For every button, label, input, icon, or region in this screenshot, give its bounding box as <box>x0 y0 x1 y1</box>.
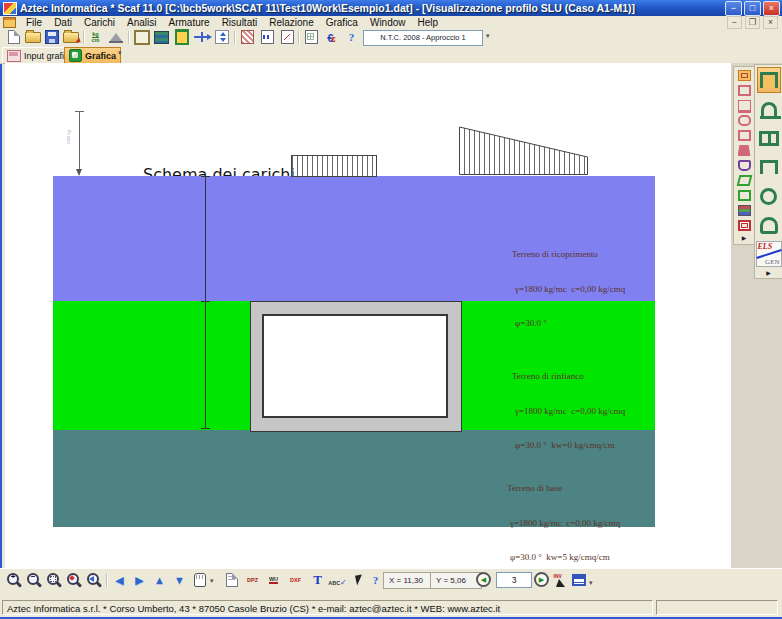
window-layout-button[interactable] <box>569 571 588 589</box>
menu-armature[interactable]: Armature <box>163 17 216 28</box>
circular-section-button[interactable] <box>757 183 781 209</box>
zoom-out-button[interactable]: − <box>24 571 43 589</box>
bottom-toolbar-overflow2-icon[interactable]: ▾ <box>589 579 593 587</box>
maximize-button[interactable]: □ <box>744 1 761 16</box>
arch-section-button[interactable] <box>757 212 781 238</box>
els-gen-button[interactable]: ELS GEN <box>756 241 782 267</box>
new-file-button[interactable] <box>4 29 23 45</box>
label-rinfianco: Terreno di rinfianco γ=1800 kg/mc c=0,00… <box>512 348 625 475</box>
hand-icon <box>194 573 206 587</box>
materials-button[interactable] <box>152 29 171 45</box>
mini-pipe-button[interactable] <box>738 115 751 126</box>
bottom-toolbar-overflow-icon[interactable]: ▾ <box>210 577 214 585</box>
arrow-up-icon: ▲ <box>154 574 165 586</box>
pan-left-button[interactable]: ◀ <box>110 571 129 589</box>
analysis-soil-button[interactable] <box>238 29 257 45</box>
menu-bar: File Dati Carichi Analisi Armature Risul… <box>0 16 782 30</box>
menu-window[interactable]: Window <box>364 17 412 28</box>
gen-label: GEN <box>765 258 779 266</box>
axis-button[interactable] <box>192 29 211 45</box>
menu-file[interactable]: File <box>20 17 48 28</box>
zoom-in-button[interactable]: + <box>4 571 23 589</box>
export-wu-button[interactable]: WU <box>264 571 283 589</box>
pan-down-button[interactable]: ▼ <box>170 571 189 589</box>
menu-relazione[interactable]: Relazione <box>263 17 319 28</box>
view-toolbar-overflow-icon[interactable]: ▾ <box>118 49 122 57</box>
portal-icon <box>760 72 778 88</box>
open-folder-icon <box>25 32 41 43</box>
report-button[interactable] <box>302 29 321 45</box>
font-settings-button[interactable]: ABC✓ <box>328 571 347 589</box>
dimensions-button[interactable] <box>212 29 231 45</box>
units-button[interactable]: kgcm <box>86 29 105 45</box>
mdi-minimize-button[interactable]: − <box>727 16 742 29</box>
save-disk-icon <box>45 30 59 44</box>
pan-right-button[interactable]: ▶ <box>130 571 149 589</box>
mini-skewed-section-button[interactable] <box>736 175 752 186</box>
menu-dati[interactable]: Dati <box>48 17 78 28</box>
menu-help[interactable]: Help <box>412 17 445 28</box>
euro-icon: €€ <box>327 28 336 46</box>
portal-section-button[interactable] <box>757 67 781 93</box>
mini-open-channel-button[interactable] <box>738 85 751 96</box>
open-file-button[interactable] <box>23 29 42 45</box>
mdi-restore-button[interactable]: ❐ <box>745 16 760 29</box>
mini-slab-button[interactable] <box>738 100 751 111</box>
mini-window-section-button[interactable] <box>738 220 751 231</box>
mini-square-section-button[interactable] <box>738 190 751 201</box>
drawing-canvas[interactable]: Schema dei carichi 1000 kg <box>5 63 731 568</box>
mdi-close-button[interactable]: × <box>763 16 778 29</box>
menu-carichi[interactable]: Carichi <box>78 17 121 28</box>
zoom-in-icon: + <box>5 572 22 589</box>
invert-view-button[interactable]: INV <box>551 571 570 589</box>
export-dxf-button[interactable]: DXF <box>286 571 305 589</box>
mini-layers-button[interactable] <box>738 205 751 216</box>
zoom-out-icon: − <box>25 572 42 589</box>
text-tool-button[interactable]: T <box>308 571 327 589</box>
mini-selected-section-button[interactable] <box>738 70 751 81</box>
zoom-window-button[interactable] <box>44 571 63 589</box>
y-coordinate-readout: Y = 5,06 <box>430 572 482 589</box>
zoom-previous-button[interactable] <box>84 571 103 589</box>
mini-abutment-button[interactable] <box>738 145 751 156</box>
bridge-section-button[interactable] <box>757 96 781 122</box>
mini-frame-button[interactable] <box>738 130 751 141</box>
previous-view-button[interactable]: ◀ <box>476 572 491 587</box>
computo-button[interactable]: €€ <box>322 29 341 45</box>
section-toolbar-more-icon[interactable]: ▶ <box>766 270 771 276</box>
close-button[interactable]: × <box>763 1 780 16</box>
menu-risultati[interactable]: Risultati <box>216 17 264 28</box>
analysis-moment-button[interactable] <box>258 29 277 45</box>
print-preview-button[interactable] <box>222 571 241 589</box>
pan-hand-button[interactable] <box>190 571 209 589</box>
frame-section-button[interactable] <box>757 154 781 180</box>
toolbar-overflow-icon[interactable]: ▾ <box>486 32 490 40</box>
next-view-button[interactable]: ▶ <box>534 572 549 587</box>
app-icon <box>3 2 17 15</box>
page-number-input[interactable]: 3 <box>496 572 532 588</box>
pan-up-button[interactable]: ▲ <box>150 571 169 589</box>
zoom-window-icon <box>45 572 62 589</box>
import-file-button[interactable] <box>61 29 80 45</box>
code-approach-select[interactable]: N.T.C. 2008 - Approccio 1 <box>363 30 483 46</box>
menu-analisi[interactable]: Analisi <box>121 17 162 28</box>
section-button[interactable] <box>172 29 191 45</box>
double-box-section-button[interactable] <box>757 125 781 151</box>
mini-polygon-button[interactable] <box>738 160 751 171</box>
mini-toolbar-more-icon[interactable]: ▶ <box>742 235 747 241</box>
toolbar-status-gap <box>0 591 782 598</box>
arrow-left-icon: ◀ <box>115 574 123 587</box>
model-options-button[interactable] <box>106 29 125 45</box>
label-ricoprimento: Terreno di ricoprimento γ=1800 kg/mc c=0… <box>512 226 625 353</box>
menu-grafica[interactable]: Grafica <box>320 17 364 28</box>
export-dpz-button[interactable]: DPZ <box>243 571 262 589</box>
grafica-button[interactable]: Grafica <box>64 47 121 64</box>
minimize-button[interactable]: − <box>725 1 742 16</box>
zoom-extents-button[interactable] <box>64 571 83 589</box>
help-button[interactable]: ? <box>342 29 361 45</box>
geometry-button[interactable] <box>132 29 151 45</box>
save-button[interactable] <box>42 29 61 45</box>
analysis-shear-button[interactable] <box>278 29 297 45</box>
help-icon: ? <box>373 574 379 586</box>
window-title: Aztec Informatica * Scaf 11.0 [C:\bcb5wo… <box>20 2 725 14</box>
